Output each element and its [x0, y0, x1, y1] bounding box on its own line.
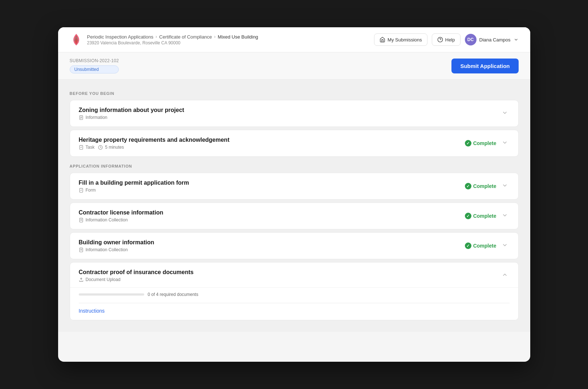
building-permit-check-icon: ✓: [465, 183, 471, 189]
breadcrumb-part3[interactable]: Mixed Use Building: [218, 34, 258, 40]
building-permit-card-right: ✓ Complete: [465, 181, 510, 192]
chevron-down-icon: [502, 182, 508, 189]
header-left: Periodic Inspection Applications › Certi…: [70, 33, 258, 46]
contractor-insurance-card-left: Contractor proof of insurance documents …: [79, 269, 194, 282]
submission-info: SUBMISSION-2022-102 Unsubmitted: [70, 58, 119, 73]
my-submissions-label: My Submissions: [388, 37, 422, 43]
form-icon: [79, 188, 84, 193]
building-owner-card: Building owner information Information C…: [70, 232, 519, 259]
zoning-card: Zoning information about your project In…: [70, 100, 519, 127]
user-name: Diana Campos: [479, 37, 511, 43]
help-button[interactable]: Help: [432, 33, 461, 46]
chevron-down-icon: [502, 109, 508, 116]
progress-text: 0 of 4 required documents: [148, 292, 198, 297]
instructions-link[interactable]: Instructions: [79, 308, 105, 314]
contractor-insurance-title: Contractor proof of insurance documents: [79, 269, 194, 276]
document-icon: [79, 115, 84, 120]
chevron-down-icon: [502, 139, 508, 146]
status-badge: Unsubmitted: [70, 65, 119, 73]
building-permit-subtitle: Form: [79, 188, 189, 193]
app-window: Periodic Inspection Applications › Certi…: [58, 27, 530, 362]
info-collection-icon-2: [79, 248, 84, 252]
submit-application-button[interactable]: Submit Application: [451, 59, 518, 73]
contractor-insurance-card-body: 0 of 4 required documents Instructions: [70, 287, 518, 320]
progress-row: 0 of 4 required documents: [79, 288, 510, 298]
building-permit-card: Fill in a building permit application fo…: [70, 173, 519, 200]
upload-icon: [79, 277, 84, 282]
zoning-card-left: Zoning information about your project In…: [79, 107, 184, 120]
building-permit-card-left: Fill in a building permit application fo…: [79, 180, 189, 193]
heritage-check-icon: ✓: [465, 140, 471, 147]
building-permit-expand-button[interactable]: [500, 181, 510, 192]
task-icon: [79, 145, 84, 150]
submission-id: SUBMISSION-2022-102: [70, 58, 119, 63]
user-menu-button[interactable]: DC Diana Campos: [465, 34, 519, 45]
heritage-card-right: ✓ Complete: [465, 138, 510, 149]
header-right: My Submissions Help DC Diana Campos: [374, 33, 518, 46]
building-owner-card-left: Building owner information Information C…: [79, 239, 154, 252]
heritage-time: 5 minutes: [105, 145, 124, 150]
heritage-title: Heritage property requirements and ackno…: [79, 137, 230, 143]
breadcrumb-part1[interactable]: Periodic Inspection Applications: [87, 34, 154, 40]
heritage-card-left: Heritage property requirements and ackno…: [79, 137, 230, 150]
building-owner-card-right: ✓ Complete: [465, 240, 510, 251]
heritage-subtitle: Task 5 minutes: [79, 145, 230, 150]
chevron-up-icon: [502, 272, 508, 278]
zoning-expand-button[interactable]: [500, 108, 510, 119]
building-permit-title: Fill in a building permit application fo…: [79, 180, 189, 186]
zoning-subtitle: Information: [79, 115, 184, 120]
chevron-down-icon: [502, 242, 508, 248]
building-owner-check-icon: ✓: [465, 242, 471, 249]
heritage-subtitle-text: Task: [86, 145, 95, 150]
contractor-insurance-card: Contractor proof of insurance documents …: [70, 262, 519, 320]
building-permit-complete-badge: ✓ Complete: [465, 183, 496, 189]
building-owner-expand-button[interactable]: [500, 240, 510, 251]
building-permit-subtitle-text: Form: [86, 188, 96, 193]
before-you-begin-label: BEFORE YOU BEGIN: [70, 91, 519, 96]
contractor-license-card-right: ✓ Complete: [465, 210, 510, 221]
progress-bar: [79, 293, 144, 296]
heritage-complete-badge: ✓ Complete: [465, 140, 496, 147]
contractor-license-card: Contractor license information Informati…: [70, 202, 519, 229]
zoning-title: Zoning information about your project: [79, 107, 184, 113]
home-icon: [380, 37, 385, 43]
contractor-insurance-subtitle-text: Document Upload: [86, 277, 121, 282]
contractor-license-subtitle-text: Information Collection: [86, 217, 128, 222]
contractor-license-check-icon: ✓: [465, 213, 471, 219]
heritage-expand-button[interactable]: [500, 138, 510, 149]
logo-icon: [70, 33, 83, 46]
contractor-insurance-card-right: [500, 270, 510, 281]
building-permit-complete-label: Complete: [473, 183, 496, 189]
contractor-insurance-card-top: Contractor proof of insurance documents …: [70, 262, 518, 287]
zoning-subtitle-text: Information: [86, 115, 108, 120]
info-collection-icon: [79, 218, 84, 222]
building-owner-subtitle-text: Information Collection: [86, 247, 128, 252]
building-owner-complete-label: Complete: [473, 243, 496, 249]
contractor-insurance-expand-button[interactable]: [500, 270, 510, 281]
help-icon: [437, 37, 443, 43]
contractor-license-expand-button[interactable]: [500, 210, 510, 221]
chevron-down-icon: [514, 37, 519, 42]
application-information-label: APPLICATION INFORMATION: [70, 164, 519, 168]
contractor-insurance-subtitle: Document Upload: [79, 277, 194, 282]
chevron-down-icon: [502, 212, 508, 218]
clock-icon: [98, 145, 103, 150]
my-submissions-button[interactable]: My Submissions: [374, 33, 427, 46]
contractor-license-card-left: Contractor license information Informati…: [79, 209, 163, 222]
contractor-license-title: Contractor license information: [79, 209, 163, 216]
submission-header: SUBMISSION-2022-102 Unsubmitted Submit A…: [58, 52, 530, 80]
contractor-license-complete-label: Complete: [473, 213, 496, 219]
avatar: DC: [465, 34, 477, 45]
zoning-card-right: [500, 108, 510, 119]
main-content: BEFORE YOU BEGIN Zoning information abou…: [58, 80, 530, 332]
contractor-license-subtitle: Information Collection: [79, 217, 163, 222]
header: Periodic Inspection Applications › Certi…: [58, 27, 530, 52]
building-owner-complete-badge: ✓ Complete: [465, 242, 496, 249]
help-label: Help: [445, 37, 455, 43]
contractor-license-complete-badge: ✓ Complete: [465, 213, 496, 219]
building-owner-title: Building owner information: [79, 239, 154, 246]
breadcrumb-part2[interactable]: Certificate of Compliance: [159, 34, 212, 40]
heritage-complete-label: Complete: [473, 140, 496, 146]
building-owner-subtitle: Information Collection: [79, 247, 154, 252]
breadcrumb-address: 23920 Valencia Boulevarde, Roseville CA …: [87, 40, 258, 45]
